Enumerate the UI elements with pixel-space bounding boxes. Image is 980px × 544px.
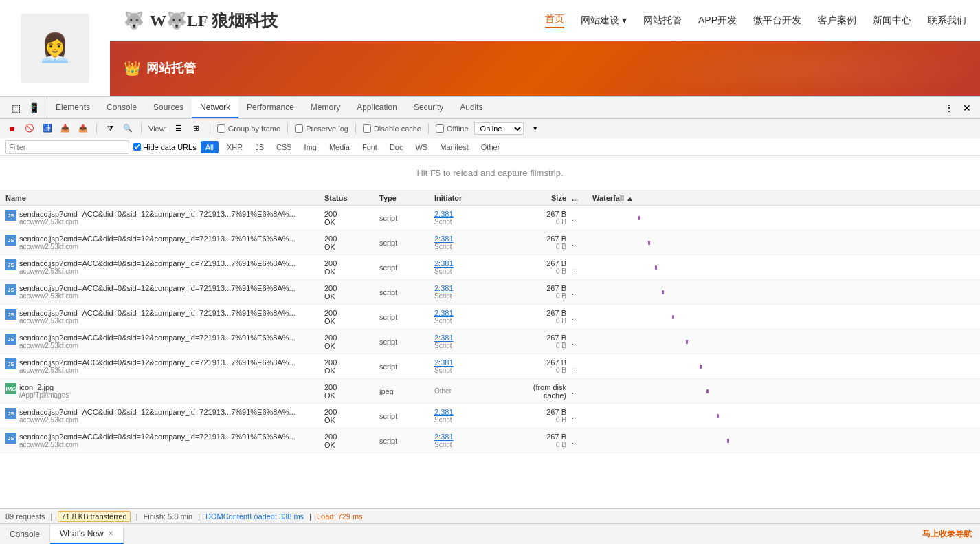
resource-name: sendacc.jsp?cmd=ACC&did=0&sid=12&company… [19,334,296,342]
inspect-icon[interactable]: ⬚ [8,100,23,116]
table-row[interactable]: IMG icon_2.jpg /App/Tpl/images 200 OK jp… [0,379,980,404]
table-row[interactable]: JS sendacc.jsp?cmd=ACC&did=0&sid=12&comp… [0,230,980,255]
offline-checkbox[interactable] [436,124,444,133]
tab-audits[interactable]: Audits [452,97,491,118]
cell-more-options[interactable]: ... [569,239,590,247]
filter-button[interactable]: ⧩ [104,122,116,135]
initiator-link[interactable]: 2:381 [434,210,514,218]
clear-button[interactable]: 🚮 [41,122,54,135]
offline-label: Offline [447,124,469,133]
cell-initiator: 2:381 Script [432,259,514,275]
cell-more-options[interactable]: ... [569,263,590,272]
cell-initiator: 2:381 Script [432,408,514,424]
group-by-frame-checkbox[interactable] [217,124,225,133]
nav-link-app[interactable]: APP开发 [698,14,737,27]
filter-type-ws[interactable]: WS [411,142,432,152]
table-row[interactable]: JS sendacc.jsp?cmd=ACC&did=0&sid=12&comp… [0,428,980,453]
resource-name: sendacc.jsp?cmd=ACC&did=0&sid=12&company… [19,309,296,317]
col-header-status[interactable]: Status [322,194,377,202]
close-whatsnew-icon[interactable]: ✕ [108,530,113,537]
cell-more-options[interactable]: ... [569,362,590,371]
tab-elements[interactable]: Elements [47,97,98,118]
filter-type-css[interactable]: CSS [272,142,296,152]
initiator-link[interactable]: 2:381 [434,334,514,342]
table-row[interactable]: JS sendacc.jsp?cmd=ACC&did=0&sid=12&comp… [0,329,980,354]
table-row[interactable]: JS sendacc.jsp?cmd=ACC&did=0&sid=12&comp… [0,404,980,428]
filter-type-js[interactable]: JS [251,142,268,152]
nav-link-home[interactable]: 首页 [545,13,564,28]
table-row[interactable]: JS sendacc.jsp?cmd=ACC&did=0&sid=12&comp… [0,305,980,329]
filter-type-media[interactable]: Media [325,142,354,152]
throttle-select[interactable]: Online Fast 3G Slow 3G Offline [474,122,524,135]
tab-security[interactable]: Security [405,97,452,118]
cell-more-options[interactable]: ... [569,387,590,395]
filter-type-all[interactable]: All [201,141,219,153]
filter-type-manifest[interactable]: Manifest [436,142,473,152]
large-view-button[interactable]: ⊞ [190,122,203,135]
more-tools-icon[interactable]: ⋮ [942,100,957,116]
search-button[interactable]: 🔍 [122,122,134,135]
initiator-link[interactable]: 2:381 [434,408,514,416]
cell-more-options[interactable]: ... [569,214,590,222]
cell-waterfall [590,329,980,353]
filter-input[interactable] [5,140,129,154]
hide-data-urls-checkbox[interactable] [133,143,141,151]
stop-button[interactable]: 🚫 [23,122,36,135]
tab-network[interactable]: Network [192,97,238,118]
bottom-tab-whatsnew[interactable]: What's New ✕ [50,524,124,544]
tab-console[interactable]: Console [98,97,145,118]
tab-memory[interactable]: Memory [302,97,348,118]
col-header-name[interactable]: Name [0,194,322,202]
cell-more-options[interactable]: ... [569,412,590,420]
initiator-link[interactable]: 2:381 [434,309,514,317]
cell-more-options[interactable]: ... [569,338,590,346]
tab-performance[interactable]: Performance [238,97,302,118]
tab-application[interactable]: Application [348,97,405,118]
cell-name: JS sendacc.jsp?cmd=ACC&did=0&sid=12&comp… [0,309,322,325]
initiator-link[interactable]: 2:381 [434,284,514,292]
table-row[interactable]: JS sendacc.jsp?cmd=ACC&did=0&sid=12&comp… [0,354,980,379]
cell-more-options[interactable]: ... [569,288,590,296]
col-header-type[interactable]: Type [377,194,432,202]
export-button[interactable]: 📤 [77,122,89,135]
initiator-link[interactable]: 2:381 [434,358,514,367]
col-header-initiator[interactable]: Initiator [432,194,514,202]
import-button[interactable]: 📥 [59,122,71,135]
nav-link-cases[interactable]: 客户案例 [818,14,856,27]
initiator-link[interactable]: 2:381 [434,259,514,268]
tab-sources[interactable]: Sources [145,97,192,118]
filter-type-xhr[interactable]: XHR [223,142,247,152]
list-view-button[interactable]: ☰ [172,122,185,135]
nav-link-contact[interactable]: 联系我们 [928,14,966,27]
cell-size: 267 B 0 B [514,408,569,424]
table-row[interactable]: JS sendacc.jsp?cmd=ACC&did=0&sid=12&comp… [0,255,980,280]
nav-link-news[interactable]: 新闻中心 [873,14,911,27]
initiator-link[interactable]: 2:381 [434,433,514,441]
disable-cache-checkbox[interactable] [363,124,371,133]
cell-more-options[interactable]: ... [569,313,590,321]
filter-type-other[interactable]: Other [477,142,504,152]
nav-link-hosting[interactable]: 网站托管 [643,14,682,27]
separator-2: | [136,512,138,521]
filter-type-img[interactable]: Img [300,142,321,152]
table-row[interactable]: JS sendacc.jsp?cmd=ACC&did=0&sid=12&comp… [0,280,980,305]
filter-type-font[interactable]: Font [358,142,381,152]
cell-type: script [377,288,432,296]
nav-link-micro[interactable]: 微平台开发 [753,14,801,27]
status-text: OK [324,243,377,251]
close-devtools-icon[interactable]: ✕ [959,100,975,116]
bottom-right-label[interactable]: 马上收录导航 [914,524,980,544]
col-header-waterfall[interactable]: Waterfall ▲ [590,194,980,202]
cell-waterfall [590,206,980,230]
table-row[interactable]: JS sendacc.jsp?cmd=ACC&did=0&sid=12&comp… [0,206,980,230]
filter-type-doc[interactable]: Doc [386,142,408,152]
preserve-log-checkbox[interactable] [295,124,303,133]
throttle-dropdown-icon[interactable]: ▾ [529,122,542,135]
initiator-link[interactable]: 2:381 [434,235,514,243]
cell-more-options[interactable]: ... [569,437,590,445]
device-icon[interactable]: 📱 [26,100,41,116]
nav-link-build[interactable]: 网站建设 ▾ [581,14,627,27]
bottom-tab-console[interactable]: Console [0,524,50,544]
col-header-size[interactable]: Size [514,194,569,202]
record-button[interactable]: ⏺ [5,122,18,135]
